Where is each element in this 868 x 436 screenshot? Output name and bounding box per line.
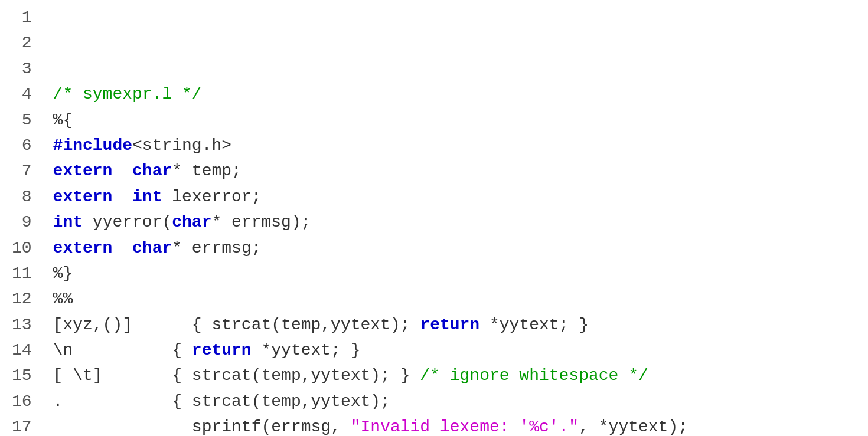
code-token: *yytext; }	[479, 316, 589, 334]
code-line: extern int lexerror;	[53, 184, 868, 209]
code-token: return	[420, 316, 479, 334]
line-number: 6	[12, 133, 32, 158]
code-line: extern char* errmsg;	[53, 235, 868, 261]
line-number: 5	[12, 107, 32, 133]
line-number: 17	[12, 414, 32, 436]
code-token: int	[132, 188, 162, 206]
code-token: \n	[53, 341, 73, 359]
code-token: { strcat(temp,yytext); }	[103, 366, 420, 385]
code-line: int yyerror(char* errmsg);	[53, 209, 868, 235]
code-line: %%	[53, 286, 868, 312]
code-token: {	[73, 341, 192, 359]
code-token: [xyz,()]	[53, 316, 142, 334]
code-token: %{	[53, 111, 73, 129]
line-number: 8	[12, 184, 32, 209]
code-token: /* ignore whitespace */	[420, 366, 648, 385]
code-area: /* symexpr.l */%{#include<string.h>exter…	[41, 5, 868, 436]
code-token: , *yytext);	[579, 418, 688, 436]
code-token: *yytext; }	[252, 341, 361, 359]
line-number: 15	[12, 363, 32, 388]
code-token	[112, 239, 132, 257]
code-line: #include<string.h>	[53, 133, 868, 158]
code-line: %}	[53, 261, 868, 286]
code-token: char	[172, 213, 211, 231]
line-number: 14	[12, 337, 32, 363]
line-number: 1	[12, 5, 32, 30]
line-number: 4	[12, 81, 32, 107]
code-line: \n { return *yytext; }	[53, 337, 868, 363]
code-line: . { strcat(temp,yytext);	[53, 389, 868, 414]
code-token: { strcat(temp,yytext);	[142, 316, 420, 334]
line-number-gutter: 1234567891011121314151617181920	[0, 5, 41, 436]
code-token: { strcat(temp,yytext);	[63, 392, 390, 411]
code-token: [ \t]	[53, 366, 103, 385]
line-number: 9	[12, 209, 32, 235]
code-token: extern	[53, 162, 113, 180]
code-token: <string.h>	[132, 136, 231, 155]
line-number: 16	[12, 389, 32, 414]
code-token: * errmsg);	[211, 213, 311, 231]
line-number: 3	[12, 56, 32, 81]
code-token	[112, 188, 132, 206]
code-token: char	[132, 239, 172, 257]
code-token: yyerror(	[83, 213, 172, 231]
code-token: /* symexpr.l */	[53, 85, 202, 103]
line-number: 10	[12, 235, 32, 261]
code-token: int	[53, 213, 83, 231]
code-token: #include	[53, 136, 132, 155]
code-line: [xyz,()] { strcat(temp,yytext); return *…	[53, 312, 868, 337]
code-line: %{	[53, 107, 868, 133]
line-number: 13	[12, 312, 32, 337]
code-token: return	[192, 341, 252, 359]
code-token: "Invalid lexeme: '%c'."	[351, 418, 579, 436]
code-line: [ \t] { strcat(temp,yytext); } /* ignore…	[53, 363, 868, 388]
code-token: extern	[53, 239, 113, 257]
code-editor: 1234567891011121314151617181920 /* symex…	[0, 0, 868, 436]
code-token: extern	[53, 188, 113, 206]
code-token: .	[53, 392, 63, 411]
line-number: 2	[12, 30, 32, 55]
code-token: sprintf(errmsg,	[53, 418, 351, 436]
code-line: /* symexpr.l */	[53, 81, 868, 107]
code-token: char	[132, 162, 172, 180]
code-token: %%	[53, 290, 73, 308]
code-token: * errmsg;	[172, 239, 261, 257]
code-token: %}	[53, 264, 73, 283]
line-number: 12	[12, 286, 32, 312]
line-number: 11	[12, 261, 32, 286]
code-token: lexerror;	[162, 188, 261, 206]
code-token: * temp;	[172, 162, 242, 180]
code-line: sprintf(errmsg, "Invalid lexeme: '%c'.",…	[53, 414, 868, 436]
code-line: extern char* temp;	[53, 158, 868, 183]
line-number: 7	[12, 158, 32, 183]
code-token	[112, 162, 132, 180]
